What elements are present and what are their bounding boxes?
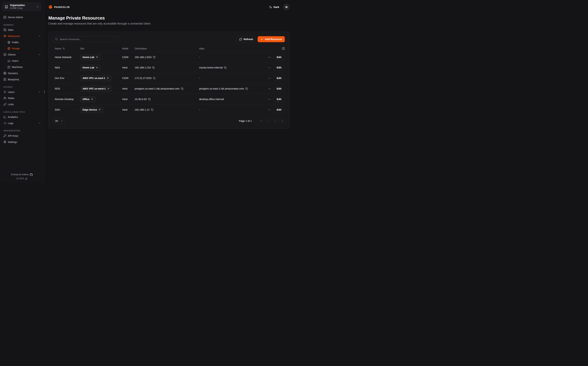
arrow-up-right-icon [96, 56, 98, 58]
row-more-button[interactable] [268, 98, 271, 100]
row-more-button[interactable] [268, 56, 271, 59]
avatar[interactable]: M [283, 4, 289, 10]
row-more-button[interactable] [268, 66, 271, 69]
sidebar-item-label: Domains [8, 72, 18, 75]
site-link[interactable]: AWS VPC us-west-1 [80, 86, 112, 92]
site-link[interactable]: AWS VPC us-east-1 [80, 75, 111, 81]
chevrons-up-down-icon [37, 5, 39, 8]
sidebar-item-domains[interactable]: Domains [3, 71, 41, 76]
first-page-button[interactable] [259, 118, 264, 123]
row-more-button[interactable] [268, 87, 271, 90]
edit-button[interactable]: Edit [273, 86, 285, 92]
version-label: v1.13.0 [16, 177, 24, 181]
sidebar-item-private[interactable]: Private [7, 46, 41, 51]
sidebar-item-api-keys[interactable]: API Keys [3, 133, 41, 138]
sidebar-item-label: Roles [8, 97, 14, 99]
copy-alias-button[interactable] [224, 66, 227, 69]
sidebar-item-machines[interactable]: Machines [7, 65, 41, 69]
last-page-button[interactable] [279, 118, 285, 123]
sidebar-item-client-users[interactable]: Users [7, 59, 41, 63]
resource-destination: postgres.us-east-1.rds.amazonaws.com [135, 87, 180, 90]
edition-link[interactable]: Enterprise Edition [0, 173, 44, 177]
sites-icon [3, 28, 6, 31]
clients-subgroup: Users Machines [5, 59, 41, 69]
resource-mode: Host [122, 98, 135, 100]
sidebar-item-logs[interactable]: Logs [3, 121, 41, 125]
sidebar-item-users[interactable]: Users [3, 90, 41, 94]
sidebar-item-roles[interactable]: Roles [3, 96, 41, 100]
site-link[interactable]: Edge Device [80, 107, 103, 113]
copy-icon [181, 87, 183, 90]
sidebar-item-settings[interactable]: Settings [3, 140, 41, 144]
chevrons-right-icon [281, 120, 283, 122]
brand-logo[interactable]: PANGOLIN [48, 5, 70, 9]
section-title-access: ACCESS [3, 86, 41, 88]
column-header-mode: Mode [122, 47, 135, 50]
pangolin-logo-icon [48, 5, 52, 9]
site-link[interactable]: Home Lab [80, 54, 101, 60]
copy-alias-button[interactable] [245, 87, 248, 90]
row-more-button[interactable] [268, 108, 271, 111]
plus-icon [260, 38, 263, 41]
sidebar-item-clients[interactable]: Clients [3, 52, 41, 57]
resource-destination: 192.168.1.12 [135, 108, 149, 111]
site-link[interactable]: Home Lab [80, 65, 101, 71]
resource-mode: CIDR [122, 56, 135, 59]
next-page-button[interactable] [272, 118, 278, 123]
sidebar-item-sites[interactable]: Sites [3, 28, 41, 32]
page-subtitle: Create and manage resources that are onl… [48, 22, 289, 25]
globe-lock-icon [7, 47, 10, 50]
copy-destination-button[interactable] [153, 56, 155, 58]
sidebar-item-label: Users [12, 60, 18, 62]
edit-button[interactable]: Edit [273, 107, 285, 113]
laptop-icon [7, 60, 10, 62]
ellipsis-icon [268, 98, 271, 100]
edit-button[interactable]: Edit [273, 96, 285, 102]
resources-card: Refresh Add Resource Name Site [48, 31, 289, 129]
resource-alias: - [199, 108, 261, 111]
sidebar-item-blueprints[interactable]: Blueprints [3, 77, 41, 82]
add-resource-button[interactable]: Add Resource [258, 36, 285, 42]
copy-destination-button[interactable] [148, 98, 151, 100]
copy-destination-button[interactable] [152, 66, 155, 69]
columns-toggle-button[interactable] [282, 47, 285, 50]
chevron-left-icon [267, 120, 270, 122]
copy-icon [153, 56, 155, 58]
table-row: RDS AWS VPC us-west-1 Host postgres.us-e… [53, 83, 285, 94]
edit-button[interactable]: Edit [273, 54, 285, 60]
sidebar-item-label: Blueprints [8, 78, 19, 81]
sidebar-item-analytics[interactable]: Analytics [3, 115, 41, 119]
copy-destination-button[interactable] [181, 87, 183, 90]
waypoints-icon [3, 35, 6, 38]
sidebar-item-server-admin[interactable]: Server Admin [3, 15, 41, 20]
row-more-button[interactable] [268, 77, 271, 80]
receipt-text-icon [3, 78, 6, 81]
page-size-select[interactable]: 20 [53, 118, 65, 124]
table-row: NAS Home Lab Host 192.168.1.210 mynas.ho… [53, 62, 285, 73]
sidebar-item-public[interactable]: Public [7, 40, 41, 44]
topbar: PANGOLIN Dark M [48, 0, 289, 14]
resource-alias: desktop.office.internal [199, 98, 261, 100]
copy-destination-button[interactable] [151, 108, 153, 111]
edit-button[interactable]: Edit [273, 75, 285, 81]
resource-alias: mynas.home.internal [199, 66, 222, 69]
ellipsis-icon [268, 66, 271, 69]
sidebar-item-label: Public [12, 41, 19, 44]
sidebar-item-label: API Keys [8, 134, 18, 137]
sidebar-item-resources[interactable]: Resources [3, 34, 41, 38]
site-link[interactable]: Office [80, 96, 96, 102]
org-switcher[interactable]: Organization ACME Corp. [2, 3, 41, 11]
user-icon [3, 91, 6, 93]
search-input[interactable] [53, 36, 119, 42]
previous-page-button[interactable] [266, 118, 271, 123]
theme-toggle[interactable]: Dark [269, 6, 279, 8]
edit-button[interactable]: Edit [273, 65, 285, 71]
sidebar-item-label: Server Admin [8, 16, 23, 19]
sort-by-name[interactable]: Name [55, 47, 65, 50]
sidebar-item-links[interactable]: Links [3, 102, 41, 107]
copy-icon [153, 77, 155, 79]
refresh-button[interactable]: Refresh [236, 36, 256, 42]
key-icon [3, 134, 6, 137]
version-link[interactable]: v1.13.0 [0, 177, 44, 181]
copy-destination-button[interactable] [153, 77, 155, 79]
